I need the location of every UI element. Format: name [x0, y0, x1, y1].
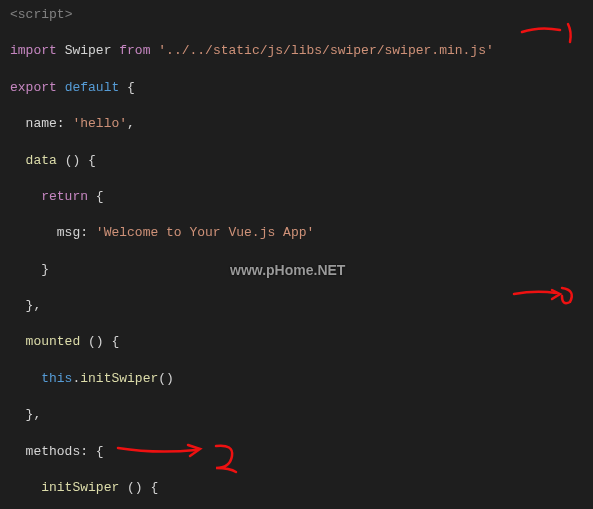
code-line: data () {	[10, 152, 583, 170]
code-line: name: 'hello',	[10, 115, 583, 133]
code-line: import Swiper from '../../static/js/libs…	[10, 42, 583, 60]
code-line: },	[10, 406, 583, 424]
code-line: this.initSwiper()	[10, 370, 583, 388]
code-line: },	[10, 297, 583, 315]
code-line: }	[10, 261, 583, 279]
code-line: initSwiper () {	[10, 479, 583, 497]
code-line: msg: 'Welcome to Your Vue.js App'	[10, 224, 583, 242]
code-line: export default {	[10, 79, 583, 97]
code-line: <script>	[10, 6, 583, 24]
code-line: mounted () {	[10, 333, 583, 351]
code-block: <script> import Swiper from '../../stati…	[10, 6, 583, 509]
code-line: return {	[10, 188, 583, 206]
code-line: methods: {	[10, 443, 583, 461]
